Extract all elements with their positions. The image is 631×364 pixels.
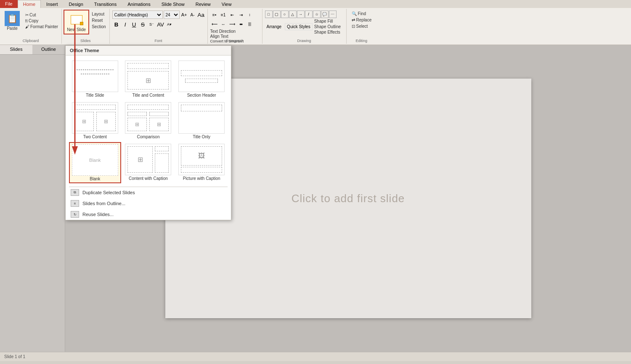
find-button[interactable]: 🔍 Find <box>350 11 374 17</box>
new-slide-dropdown: Office Theme Title Slide ⊞ Title and Con… <box>65 45 231 220</box>
decrease-font-button[interactable]: A- <box>189 11 196 18</box>
decrease-indent-button[interactable]: ⇤ <box>228 11 236 19</box>
shape-ellipse[interactable]: ○ <box>281 11 289 18</box>
font-label: Font <box>110 39 207 43</box>
layout-picture-caption-label: Picture with Caption <box>183 176 220 181</box>
drawing-label: Drawing <box>262 39 346 43</box>
sidebar-tab-outline[interactable]: Outline <box>32 45 65 54</box>
align-center-button[interactable]: ↔ <box>219 20 228 28</box>
copy-button[interactable]: ⎘ Copy <box>24 18 60 24</box>
shape-outline-button[interactable]: Shape Outline <box>314 24 341 29</box>
replace-button[interactable]: ⇄ Replace <box>350 17 374 23</box>
clear-format-button[interactable]: Aa <box>197 11 205 18</box>
quick-styles-button[interactable]: Quick Styles <box>285 23 313 30</box>
status-text: Slide 1 of 1 <box>4 354 25 359</box>
font-size-select[interactable]: 24 <box>164 11 180 19</box>
shadow-button[interactable]: S⁻ <box>148 20 156 29</box>
align-left-button[interactable]: ⟵ <box>210 20 219 28</box>
layout-comparison[interactable]: ⊞ ⊞ Comparison <box>122 100 175 141</box>
section-button[interactable]: Section <box>90 24 107 29</box>
char-spacing-button[interactable]: AV <box>156 20 165 29</box>
reset-button[interactable]: Reset <box>90 18 107 23</box>
sidebar-tabs: Slides Outline <box>0 45 65 55</box>
font-color-button[interactable]: A▾ <box>165 20 174 29</box>
layout-section-header[interactable]: Section Header <box>175 59 228 99</box>
tab-transitions[interactable]: Transitions <box>89 0 122 8</box>
paragraph-group: ≡• ≡1 ⇤ ⇥ ↕ ⟵ ↔ ⟶ ⬌ ||| Text Direction A… <box>208 9 262 44</box>
layout-title-content[interactable]: ⊞ Title and Content <box>122 59 175 99</box>
layout-content-caption-label: Content with Caption <box>129 176 168 181</box>
shape-rounded[interactable]: ▢ <box>273 11 281 18</box>
line-spacing-button[interactable]: ↕ <box>246 11 254 19</box>
tab-view[interactable]: View <box>216 0 237 8</box>
cut-button[interactable]: ✂ Cut <box>24 12 60 18</box>
reuse-slides-item[interactable]: ↻ Reuse Slides... <box>66 209 231 220</box>
layout-title-only[interactable]: Title Only <box>175 100 228 141</box>
paragraph-label: Paragraph <box>208 39 262 43</box>
layout-comparison-label: Comparison <box>137 135 160 139</box>
slide-placeholder[interactable]: Click to add first slide <box>292 192 405 205</box>
layout-two-content[interactable]: ⊞ ⊞ Two Content <box>69 100 121 141</box>
shape-effects-button[interactable]: Shape Effects <box>314 30 341 34</box>
slides-from-outline-item[interactable]: ≡ Slides from Outline... <box>66 198 231 209</box>
font-group: Calibri (Headings) 24 A+ A- Aa B I U S S… <box>110 9 208 44</box>
justify-button[interactable]: ⬌ <box>237 20 245 28</box>
select-button[interactable]: ⊡ Select <box>350 23 374 29</box>
tab-home[interactable]: Home <box>18 0 41 8</box>
increase-font-button[interactable]: A+ <box>180 11 188 18</box>
bold-button[interactable]: B <box>112 20 121 29</box>
slides-group: New Slide Layout Reset Section Slides <box>62 9 109 44</box>
layout-title-content-label: Title and Content <box>133 93 164 98</box>
shape-star[interactable]: ☆ <box>313 11 321 18</box>
shape-callout[interactable]: 💬 <box>321 11 329 18</box>
increase-indent-button[interactable]: ⇥ <box>237 11 245 19</box>
layout-title-slide[interactable]: Title Slide <box>69 59 121 99</box>
columns-button[interactable]: ||| <box>246 20 254 28</box>
new-slide-button[interactable]: New Slide <box>64 10 89 34</box>
shape-rect[interactable]: □ <box>265 11 273 18</box>
italic-button[interactable]: I <box>121 20 130 29</box>
underline-button[interactable]: U <box>130 20 138 29</box>
shape-arrow-right[interactable]: → <box>297 11 305 18</box>
format-painter-icon: 🖌 <box>25 24 29 29</box>
tab-insert[interactable]: Insert <box>41 0 64 8</box>
layout-picture-caption[interactable]: 🖼 Picture with Caption <box>175 142 228 183</box>
tab-review[interactable]: Review <box>190 0 216 8</box>
ribbon: File Home Insert Design Transitions Anim… <box>0 0 631 45</box>
shape-triangle[interactable]: △ <box>289 11 297 18</box>
outline-icon: ≡ <box>71 200 79 207</box>
tab-slideshow[interactable]: Slide Show <box>156 0 190 8</box>
dropdown-header: Office Theme <box>66 46 231 55</box>
format-painter-button[interactable]: 🖌 Format Painter <box>24 24 60 29</box>
paste-button[interactable]: 📋 Paste <box>2 10 23 32</box>
editing-group: 🔍 Find ⇄ Replace ⊡ Select Editing <box>347 9 377 44</box>
layout-title-only-label: Title Only <box>193 135 210 139</box>
numbering-button[interactable]: ≡1 <box>219 11 228 19</box>
arrange-button[interactable]: Arrange <box>265 24 284 30</box>
strikethrough-button[interactable]: S <box>139 20 147 29</box>
duplicate-icon: ⧉ <box>71 189 79 196</box>
tab-file[interactable]: File <box>0 0 18 8</box>
text-direction-button[interactable]: Text Direction <box>210 29 260 34</box>
bullets-button[interactable]: ≡• <box>210 11 219 19</box>
editing-label: Editing <box>347 39 377 43</box>
font-name-select[interactable]: Calibri (Headings) <box>112 11 163 19</box>
sidebar-tab-slides[interactable]: Slides <box>0 45 32 54</box>
align-right-button[interactable]: ⟶ <box>228 20 236 28</box>
layout-two-content-label: Two Content <box>83 135 107 139</box>
layout-blank[interactable]: Blank Blank <box>69 142 121 183</box>
duplicate-slides-item[interactable]: ⧉ Duplicate Selected Slides <box>66 187 231 198</box>
shape-line[interactable]: / <box>305 11 313 18</box>
layout-content-caption[interactable]: ⊞ Content with Caption <box>122 142 175 183</box>
tab-design[interactable]: Design <box>64 0 89 8</box>
shape-more[interactable]: ⋯ <box>329 11 337 18</box>
sidebar-content <box>0 55 65 352</box>
shape-fill-button[interactable]: Shape Fill <box>314 19 341 24</box>
sidebar: Slides Outline <box>0 45 65 352</box>
slides-label: Slides <box>62 39 109 43</box>
tab-animations[interactable]: Animations <box>122 0 156 8</box>
align-text-button[interactable]: Align Text <box>210 34 260 39</box>
clipboard-label: Clipboard <box>0 39 61 43</box>
cut-icon: ✂ <box>25 13 29 17</box>
layout-button[interactable]: Layout <box>90 11 107 17</box>
